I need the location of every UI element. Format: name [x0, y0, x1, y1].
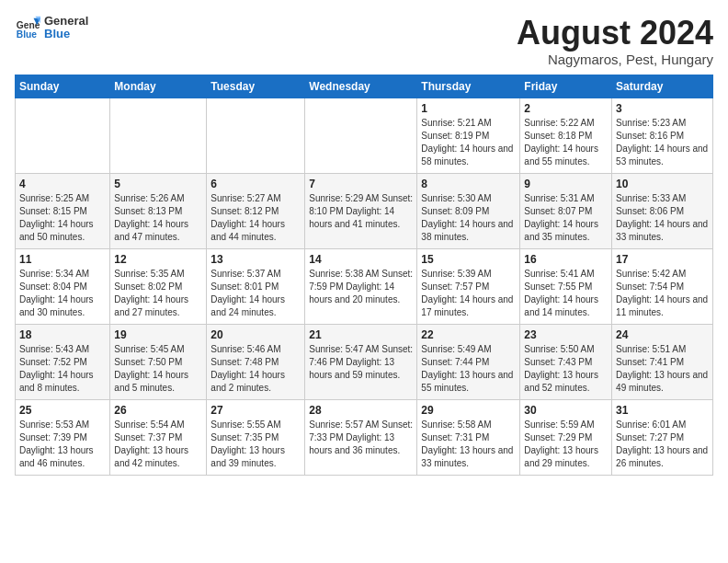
- day-number: 5: [114, 178, 202, 190]
- day-number: 12: [114, 253, 202, 266]
- svg-text:Blue: Blue: [17, 29, 38, 40]
- day-info: Sunrise: 5:34 AM Sunset: 8:04 PM Dayligh…: [19, 268, 106, 319]
- day-number: 17: [616, 253, 709, 266]
- day-info: Sunrise: 5:42 AM Sunset: 7:54 PM Dayligh…: [616, 268, 709, 319]
- day-cell: [207, 98, 305, 173]
- day-number: 10: [616, 178, 709, 190]
- week-row-1: 1Sunrise: 5:21 AM Sunset: 8:19 PM Daylig…: [16, 98, 713, 173]
- header-row: SundayMondayTuesdayWednesdayThursdayFrid…: [16, 75, 713, 98]
- day-cell: 23Sunrise: 5:50 AM Sunset: 7:43 PM Dayli…: [520, 324, 612, 399]
- day-cell: 5Sunrise: 5:26 AM Sunset: 8:13 PM Daylig…: [110, 173, 207, 248]
- day-cell: 2Sunrise: 5:22 AM Sunset: 8:18 PM Daylig…: [520, 98, 612, 173]
- day-cell: 28Sunrise: 5:57 AM Sunset: 7:33 PM Dayli…: [305, 399, 417, 475]
- day-number: 20: [210, 328, 301, 341]
- day-number: 8: [421, 178, 516, 190]
- day-number: 18: [19, 328, 106, 341]
- day-number: 16: [524, 253, 608, 266]
- day-info: Sunrise: 5:37 AM Sunset: 8:01 PM Dayligh…: [210, 268, 301, 319]
- day-cell: 4Sunrise: 5:25 AM Sunset: 8:15 PM Daylig…: [16, 173, 110, 248]
- day-info: Sunrise: 6:01 AM Sunset: 7:27 PM Dayligh…: [616, 419, 709, 470]
- day-cell: 25Sunrise: 5:53 AM Sunset: 7:39 PM Dayli…: [16, 399, 110, 475]
- header-day-wednesday: Wednesday: [305, 75, 417, 98]
- header-day-friday: Friday: [520, 75, 612, 98]
- day-number: 29: [421, 404, 516, 417]
- day-cell: 18Sunrise: 5:43 AM Sunset: 7:52 PM Dayli…: [16, 324, 110, 399]
- day-info: Sunrise: 5:26 AM Sunset: 8:13 PM Dayligh…: [114, 192, 202, 244]
- header-day-thursday: Thursday: [417, 75, 520, 98]
- day-info: Sunrise: 5:49 AM Sunset: 7:44 PM Dayligh…: [421, 343, 516, 395]
- day-info: Sunrise: 5:47 AM Sunset: 7:46 PM Dayligh…: [309, 343, 413, 382]
- day-info: Sunrise: 5:21 AM Sunset: 8:19 PM Dayligh…: [421, 117, 516, 168]
- header-day-saturday: Saturday: [612, 75, 713, 98]
- day-info: Sunrise: 5:33 AM Sunset: 8:06 PM Dayligh…: [616, 192, 709, 244]
- day-number: 26: [114, 404, 202, 417]
- day-cell: 3Sunrise: 5:23 AM Sunset: 8:16 PM Daylig…: [612, 98, 713, 173]
- day-info: Sunrise: 5:29 AM Sunset: 8:10 PM Dayligh…: [309, 192, 413, 231]
- week-row-4: 18Sunrise: 5:43 AM Sunset: 7:52 PM Dayli…: [16, 324, 713, 399]
- day-cell: 12Sunrise: 5:35 AM Sunset: 8:02 PM Dayli…: [110, 248, 207, 324]
- day-info: Sunrise: 5:22 AM Sunset: 8:18 PM Dayligh…: [524, 117, 608, 168]
- day-number: 1: [421, 102, 516, 115]
- calendar-subtitle: Nagymaros, Pest, Hungary: [517, 52, 713, 67]
- day-info: Sunrise: 5:31 AM Sunset: 8:07 PM Dayligh…: [524, 192, 608, 244]
- day-cell: 9Sunrise: 5:31 AM Sunset: 8:07 PM Daylig…: [520, 173, 612, 248]
- day-cell: 21Sunrise: 5:47 AM Sunset: 7:46 PM Dayli…: [305, 324, 417, 399]
- day-cell: 27Sunrise: 5:55 AM Sunset: 7:35 PM Dayli…: [207, 399, 305, 475]
- day-number: 11: [19, 253, 106, 266]
- day-number: 6: [210, 178, 301, 190]
- calendar-title: August 2024: [517, 15, 713, 52]
- header: General Blue General Blue August 2024 Na…: [15, 15, 713, 67]
- day-cell: 31Sunrise: 6:01 AM Sunset: 7:27 PM Dayli…: [612, 399, 713, 475]
- day-cell: 6Sunrise: 5:27 AM Sunset: 8:12 PM Daylig…: [207, 173, 305, 248]
- day-info: Sunrise: 5:46 AM Sunset: 7:48 PM Dayligh…: [210, 343, 301, 395]
- day-info: Sunrise: 5:51 AM Sunset: 7:41 PM Dayligh…: [616, 343, 709, 395]
- day-number: 19: [114, 328, 202, 341]
- day-info: Sunrise: 5:25 AM Sunset: 8:15 PM Dayligh…: [19, 192, 106, 244]
- day-number: 24: [616, 328, 709, 341]
- day-cell: 1Sunrise: 5:21 AM Sunset: 8:19 PM Daylig…: [417, 98, 520, 173]
- day-info: Sunrise: 5:39 AM Sunset: 7:57 PM Dayligh…: [421, 268, 516, 319]
- day-number: 14: [309, 253, 413, 266]
- day-cell: 15Sunrise: 5:39 AM Sunset: 7:57 PM Dayli…: [417, 248, 520, 324]
- day-number: 3: [616, 102, 709, 115]
- day-info: Sunrise: 5:30 AM Sunset: 8:09 PM Dayligh…: [421, 192, 516, 244]
- day-number: 28: [309, 404, 413, 417]
- logo-blue: Blue: [44, 28, 88, 40]
- day-cell: 17Sunrise: 5:42 AM Sunset: 7:54 PM Dayli…: [612, 248, 713, 324]
- day-cell: [110, 98, 207, 173]
- day-info: Sunrise: 5:55 AM Sunset: 7:35 PM Dayligh…: [210, 419, 301, 470]
- day-number: 15: [421, 253, 516, 266]
- logo-general: General: [44, 15, 88, 28]
- title-area: August 2024 Nagymaros, Pest, Hungary: [517, 15, 713, 67]
- day-info: Sunrise: 5:45 AM Sunset: 7:50 PM Dayligh…: [114, 343, 202, 395]
- day-cell: 11Sunrise: 5:34 AM Sunset: 8:04 PM Dayli…: [16, 248, 110, 324]
- day-cell: [16, 98, 110, 173]
- day-number: 22: [421, 328, 516, 341]
- header-day-sunday: Sunday: [16, 75, 110, 98]
- header-day-tuesday: Tuesday: [207, 75, 305, 98]
- header-day-monday: Monday: [110, 75, 207, 98]
- day-cell: 30Sunrise: 5:59 AM Sunset: 7:29 PM Dayli…: [520, 399, 612, 475]
- day-info: Sunrise: 5:27 AM Sunset: 8:12 PM Dayligh…: [210, 192, 301, 244]
- day-number: 30: [524, 404, 608, 417]
- day-number: 2: [524, 102, 608, 115]
- day-info: Sunrise: 5:23 AM Sunset: 8:16 PM Dayligh…: [616, 117, 709, 168]
- day-cell: 8Sunrise: 5:30 AM Sunset: 8:09 PM Daylig…: [417, 173, 520, 248]
- week-row-5: 25Sunrise: 5:53 AM Sunset: 7:39 PM Dayli…: [16, 399, 713, 475]
- day-cell: 13Sunrise: 5:37 AM Sunset: 8:01 PM Dayli…: [207, 248, 305, 324]
- logo: General Blue General Blue: [15, 15, 88, 41]
- day-info: Sunrise: 5:53 AM Sunset: 7:39 PM Dayligh…: [19, 419, 106, 470]
- day-cell: 22Sunrise: 5:49 AM Sunset: 7:44 PM Dayli…: [417, 324, 520, 399]
- day-info: Sunrise: 5:43 AM Sunset: 7:52 PM Dayligh…: [19, 343, 106, 395]
- day-info: Sunrise: 5:50 AM Sunset: 7:43 PM Dayligh…: [524, 343, 608, 395]
- calendar-table: SundayMondayTuesdayWednesdayThursdayFrid…: [15, 75, 713, 476]
- day-info: Sunrise: 5:38 AM Sunset: 7:59 PM Dayligh…: [309, 268, 413, 306]
- day-cell: [305, 98, 417, 173]
- day-cell: 7Sunrise: 5:29 AM Sunset: 8:10 PM Daylig…: [305, 173, 417, 248]
- day-cell: 29Sunrise: 5:58 AM Sunset: 7:31 PM Dayli…: [417, 399, 520, 475]
- day-cell: 19Sunrise: 5:45 AM Sunset: 7:50 PM Dayli…: [110, 324, 207, 399]
- day-number: 9: [524, 178, 608, 190]
- day-number: 27: [210, 404, 301, 417]
- day-info: Sunrise: 5:57 AM Sunset: 7:33 PM Dayligh…: [309, 419, 413, 457]
- week-row-3: 11Sunrise: 5:34 AM Sunset: 8:04 PM Dayli…: [16, 248, 713, 324]
